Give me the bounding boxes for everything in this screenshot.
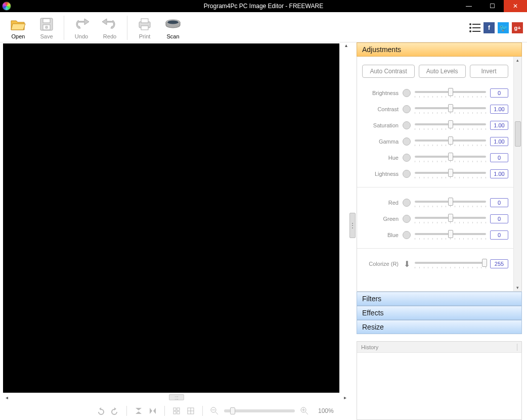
slider-icon (403, 121, 411, 129)
slider-track[interactable] (415, 230, 486, 240)
slider-contrast: Contrast1.00 (362, 101, 508, 117)
slider-label: Green (362, 216, 399, 222)
zoom-in-icon[interactable] (300, 406, 309, 415)
slider-value[interactable]: 0 (490, 88, 508, 98)
slider-value[interactable]: 0 (490, 230, 508, 240)
svg-line-15 (215, 412, 218, 414)
slider-brightness: Brightness0 (362, 85, 508, 101)
save-icon (38, 16, 55, 32)
app-icon (2, 2, 11, 11)
flip-vertical-icon[interactable] (134, 406, 143, 415)
svg-rect-12 (177, 411, 180, 414)
slider-green: Green0 (362, 211, 508, 227)
slider-label: Saturation (362, 122, 399, 128)
slider-track[interactable] (415, 120, 486, 130)
auto-contrast-button[interactable]: Auto Contrast (362, 65, 414, 78)
slider-track[interactable] (415, 88, 486, 98)
horizontal-scrollbar[interactable]: ◂ ▸ (3, 393, 348, 402)
slider-red: Red0 (362, 195, 508, 211)
undo-button[interactable]: Undo (67, 14, 96, 42)
invert-button[interactable]: Invert (470, 65, 508, 78)
slider-icon: ⬇ (403, 260, 411, 268)
slider-value[interactable]: 0 (490, 198, 508, 207)
save-label: Save (40, 33, 53, 39)
slider-track[interactable] (415, 214, 486, 224)
slider-label: Contrast (362, 106, 399, 112)
slider-track[interactable] (415, 169, 486, 179)
fit-icon[interactable] (172, 406, 181, 415)
slider-gamma: Gamma1.00 (362, 133, 508, 150)
adjustments-body: Auto Contrast Auto Levels Invert Brightn… (357, 57, 522, 292)
splitter[interactable] (348, 42, 357, 420)
maximize-button[interactable]: ☐ (480, 0, 504, 12)
slider-label: Brightness (362, 90, 399, 96)
scan-label: Scan (166, 33, 179, 39)
slider-icon (403, 215, 411, 223)
canvas[interactable] (3, 43, 339, 393)
actual-size-icon[interactable] (186, 406, 195, 415)
minimize-button[interactable]: — (457, 0, 480, 12)
svg-point-3 (45, 26, 48, 29)
slider-label: Gamma (362, 138, 399, 145)
slider-colorize-r-: Colorize (R)⬇255 (362, 256, 508, 272)
panel-scrollbar[interactable]: ▴▾ (513, 57, 521, 291)
folder-open-icon (10, 16, 26, 32)
toolbar-separator (64, 16, 64, 40)
vertical-scrollbar[interactable]: ▴ (339, 42, 348, 393)
resize-header[interactable]: Resize (357, 320, 522, 334)
slider-track[interactable] (415, 136, 486, 147)
save-button[interactable]: Save (32, 14, 61, 42)
print-label: Print (139, 33, 151, 39)
slider-value[interactable]: 255 (490, 259, 508, 268)
slider-saturation: Saturation1.00 (362, 117, 508, 133)
slider-value[interactable]: 1.00 (490, 105, 508, 114)
history-header: History (357, 342, 521, 353)
right-panel: Adjustments Auto Contrast Auto Levels In… (357, 42, 527, 420)
slider-label: Red (362, 200, 399, 206)
slider-icon (403, 105, 411, 113)
slider-lightness: Lightness1.00 (362, 166, 508, 182)
slider-label: Blue (362, 232, 399, 238)
filters-header[interactable]: Filters (357, 292, 522, 306)
list-view-icon[interactable] (469, 23, 480, 32)
slider-label: Lightness (362, 171, 399, 177)
slider-blue: Blue0 (362, 227, 508, 243)
open-button[interactable]: Open (4, 14, 32, 42)
svg-rect-5 (141, 19, 148, 23)
slider-value[interactable]: 1.00 (490, 137, 508, 146)
slider-value[interactable]: 0 (490, 153, 508, 162)
slider-track[interactable] (415, 198, 486, 208)
undo-label: Undo (75, 33, 88, 39)
rotate-right-icon[interactable] (110, 406, 119, 415)
svg-rect-6 (141, 26, 148, 30)
scan-button[interactable]: Scan (159, 14, 187, 42)
redo-button[interactable]: Redo (96, 14, 124, 42)
svg-rect-11 (173, 411, 176, 414)
slider-icon (403, 154, 411, 162)
close-button[interactable]: ✕ (504, 0, 527, 12)
slider-track[interactable] (415, 259, 486, 269)
window-title: Program4Pc PC Image Editor - FREEWARE (0, 3, 527, 10)
effects-header[interactable]: Effects (357, 306, 522, 320)
rotate-left-icon[interactable] (96, 406, 105, 415)
zoom-label: 100% (318, 407, 334, 414)
print-button[interactable]: Print (130, 14, 159, 42)
auto-levels-button[interactable]: Auto Levels (419, 65, 466, 78)
slider-value[interactable]: 1.00 (490, 121, 508, 130)
slider-label: Hue (362, 155, 399, 161)
svg-point-8 (167, 20, 179, 24)
zoom-slider[interactable] (224, 409, 295, 412)
slider-value[interactable]: 0 (490, 214, 508, 223)
twitter-button[interactable]: 🐦 (498, 22, 509, 33)
facebook-button[interactable]: f (484, 22, 495, 33)
zoom-out-icon[interactable] (210, 406, 219, 415)
googleplus-button[interactable]: g+ (512, 22, 523, 33)
canvas-column: ▴ ◂ ▸ 100% (0, 42, 348, 420)
adjustments-header[interactable]: Adjustments (357, 42, 522, 57)
slider-value[interactable]: 1.00 (490, 169, 508, 178)
slider-track[interactable] (415, 153, 486, 163)
slider-track[interactable] (415, 104, 486, 114)
redo-label: Redo (103, 33, 116, 39)
slider-hue: Hue0 (362, 150, 508, 166)
flip-horizontal-icon[interactable] (148, 406, 157, 415)
